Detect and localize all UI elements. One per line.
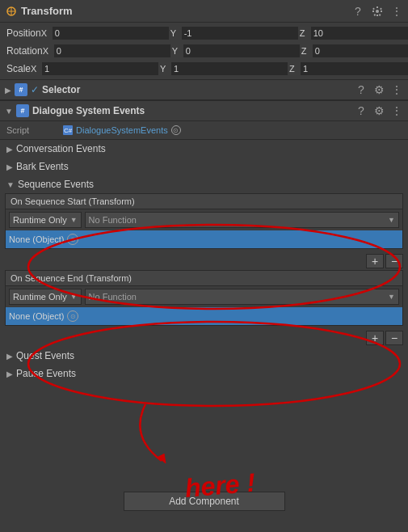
selector-arrow-icon: ▶ <box>5 86 11 95</box>
rotation-y-group: Y <box>172 44 300 57</box>
add-component-area: Add Component <box>0 487 408 516</box>
quest-events-row[interactable]: ▶ Quest Events <box>0 347 408 365</box>
sequence-start-title: On Sequence Start (Transform) <box>6 194 402 209</box>
sequence-events-arrow-icon: ▼ <box>6 180 15 189</box>
scale-row: Scale X Y Z <box>0 60 408 78</box>
sequence-start-event-row: Runtime Only ▼ No Function ▼ <box>6 209 402 230</box>
sequence-start-runtime-dropdown[interactable]: Runtime Only ▼ <box>9 212 82 228</box>
quest-events-arrow-icon: ▶ <box>6 352 13 361</box>
sequence-start-none-label: None (Object) <box>9 234 64 244</box>
scale-fields: X Y Z <box>31 62 408 75</box>
sequence-end-add-remove: + − <box>0 329 408 347</box>
sequence-start-add-remove: + − <box>0 252 408 270</box>
rotation-fields: X Y Z <box>43 44 408 57</box>
sequence-end-none-label: None (Object) <box>9 311 64 321</box>
dialogue-help-icon[interactable]: ? <box>355 104 368 117</box>
rotation-y-input[interactable] <box>183 44 300 57</box>
dialogue-menu-icon[interactable]: ⋮ <box>390 104 403 117</box>
quest-events-label: Quest Events <box>16 350 74 361</box>
rotation-label: Rotation <box>6 45 43 57</box>
sequence-start-block: On Sequence Start (Transform) Runtime On… <box>5 193 403 249</box>
selector-settings-icon[interactable]: ⚙ <box>372 83 385 96</box>
sx-axis-label: X <box>31 64 40 74</box>
menu-icon[interactable]: ⋮ <box>390 5 403 18</box>
position-fields: X Y Z <box>41 27 408 40</box>
position-y-input[interactable] <box>182 27 298 40</box>
dialogue-actions: ? ⚙ ⋮ <box>355 104 403 117</box>
dialogue-system-title: Dialogue System Events <box>32 105 355 116</box>
script-filename: DialogueSystemEvents <box>76 125 168 135</box>
sequence-start-remove-button[interactable]: − <box>385 254 403 268</box>
settings-icon[interactable] <box>371 5 384 18</box>
position-x-group: X <box>41 27 169 40</box>
transform-header: Transform ? ⋮ <box>0 0 408 23</box>
position-row: Position X Y Z <box>0 24 408 42</box>
conversation-events-row[interactable]: ▶ Conversation Events <box>0 140 408 158</box>
sequence-end-none-object-row: None (Object) ⊙ <box>6 307 402 325</box>
sequence-start-none-object-row: None (Object) ⊙ <box>6 230 402 248</box>
sy-axis-label: Y <box>160 64 170 74</box>
sequence-end-add-button[interactable]: + <box>366 331 384 345</box>
rotation-x-input[interactable] <box>54 44 170 57</box>
sequence-events-header[interactable]: ▼ Sequence Events <box>0 175 408 193</box>
sequence-end-runtime-dropdown[interactable]: Runtime Only ▼ <box>9 289 82 305</box>
selector-title: Selector <box>42 84 355 95</box>
sequence-end-function-dropdown[interactable]: No Function ▼ <box>85 289 399 305</box>
sequence-end-function-arrow-icon: ▼ <box>388 293 395 301</box>
add-component-button[interactable]: Add Component <box>124 492 285 511</box>
rotation-z-input[interactable] <box>313 44 408 57</box>
sequence-start-dropdown-arrow-icon: ▼ <box>70 216 78 224</box>
dialogue-settings-icon[interactable]: ⚙ <box>372 104 385 117</box>
scale-z-input[interactable] <box>301 62 408 75</box>
dialogue-system-header[interactable]: ▼ # Dialogue System Events ? ⚙ ⋮ <box>0 100 408 121</box>
bark-events-label: Bark Events <box>16 161 69 172</box>
sequence-end-dropdown-arrow-icon: ▼ <box>70 293 78 301</box>
sequence-end-function-label: No Function <box>89 292 137 302</box>
header-title: Transform <box>21 5 351 17</box>
selector-component-icon: # <box>15 83 27 96</box>
position-x-input[interactable] <box>53 27 169 40</box>
dialogue-component-icon: # <box>16 104 29 117</box>
z-axis-label: Z <box>300 28 309 38</box>
scale-y-group: Y <box>160 62 288 75</box>
help-icon[interactable]: ? <box>351 5 364 18</box>
sz-axis-label: Z <box>289 64 299 74</box>
scale-x-input[interactable] <box>42 62 158 75</box>
script-label: Script <box>6 125 63 135</box>
scale-label: Scale <box>6 63 31 74</box>
y-axis-label: Y <box>170 28 180 38</box>
sequence-start-target-icon[interactable]: ⊙ <box>67 234 78 245</box>
sequence-end-remove-button[interactable]: − <box>385 331 403 345</box>
position-z-group: Z <box>300 27 408 40</box>
pause-events-arrow-icon: ▶ <box>6 369 13 378</box>
scale-z-group: Z <box>289 62 408 75</box>
rx-axis-label: X <box>43 46 53 56</box>
bark-events-row[interactable]: ▶ Bark Events <box>0 158 408 175</box>
selector-help-icon[interactable]: ? <box>355 83 368 96</box>
conversation-events-arrow-icon: ▶ <box>6 145 13 154</box>
sequence-start-add-button[interactable]: + <box>366 254 384 268</box>
selector-header[interactable]: ▶ # ✓ Selector ? ⚙ ⋮ <box>0 79 408 100</box>
script-row: Script C# DialogueSystemEvents ⊙ <box>0 121 408 139</box>
transform-icon <box>5 5 18 18</box>
sequence-events-section: ▼ Sequence Events On Sequence Start (Tra… <box>0 175 408 347</box>
dialogue-arrow-icon: ▼ <box>5 107 13 116</box>
pause-events-row[interactable]: ▶ Pause Events <box>0 365 408 382</box>
position-z-input[interactable] <box>311 27 408 40</box>
rz-axis-label: Z <box>301 46 311 56</box>
ry-axis-label: Y <box>172 46 182 56</box>
sequence-end-block: On Sequence End (Transform) Runtime Only… <box>5 270 403 326</box>
transform-section: Position X Y Z Rotation X Y <box>0 23 408 79</box>
sequence-end-target-icon[interactable]: ⊙ <box>67 310 78 322</box>
rotation-x-group: X <box>43 44 170 57</box>
sequence-start-function-label: No Function <box>89 215 137 225</box>
scale-y-input[interactable] <box>171 62 288 75</box>
sequence-events-label: Sequence Events <box>18 179 94 190</box>
position-y-group: Y <box>170 27 298 40</box>
sequence-start-function-dropdown[interactable]: No Function ▼ <box>85 212 399 228</box>
conversation-events-label: Conversation Events <box>16 143 106 154</box>
script-target-icon[interactable]: ⊙ <box>171 125 181 135</box>
rotation-z-group: Z <box>301 44 408 57</box>
bark-events-arrow-icon: ▶ <box>6 163 13 171</box>
selector-menu-icon[interactable]: ⋮ <box>390 83 403 96</box>
